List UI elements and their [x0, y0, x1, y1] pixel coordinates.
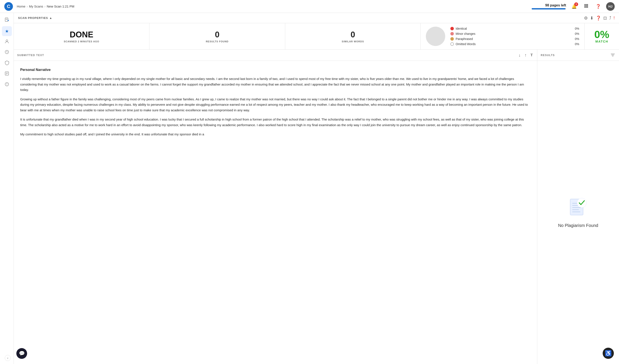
submitted-text-content: Personal Narrative I vividly remember my… [14, 61, 537, 364]
svg-marker-21 [6, 83, 7, 84]
scroll-up-button[interactable]: ↑ [524, 52, 528, 58]
font-size-button[interactable]: T [530, 52, 534, 58]
top-navigation: C Home › My Scans › New Scan 1:21 PM 98 … [0, 0, 619, 13]
sidebar-item-starred[interactable]: ★ [2, 26, 12, 36]
breadcrumb-my-scans[interactable]: My Scans [29, 4, 43, 8]
submitted-text-header: SUBMITTED TEXT ↓ ↑ T [14, 50, 537, 61]
results-body: No Plagiarism Found [537, 61, 619, 364]
stat-results: 0 RESULTS FOUND [150, 23, 285, 49]
paragraph-3: It is unfortunate that my grandfather di… [20, 117, 531, 128]
document-title: Personal Narrative [20, 67, 531, 73]
match-box: 0% MATCH [585, 23, 619, 49]
app-layout: ★ [0, 13, 619, 364]
sidebar-item-compass[interactable] [2, 80, 12, 90]
compass-icon [4, 82, 9, 88]
svg-point-32 [577, 198, 587, 208]
share-icon[interactable]: ⤴ [609, 15, 611, 21]
legend-identical: Identical 0% [450, 27, 579, 30]
breadcrumb-sep-2: › [44, 5, 46, 8]
download-icon[interactable]: ⬇ [590, 15, 594, 21]
copy-icon[interactable]: ⊡ [603, 15, 607, 21]
shield-icon [4, 60, 9, 67]
identical-dot [450, 27, 454, 30]
sidebar-item-history[interactable] [2, 48, 12, 58]
alert-icon[interactable]: ! [613, 15, 615, 21]
svg-rect-5 [587, 5, 588, 6]
svg-point-14 [6, 40, 8, 41]
results-filter-button[interactable] [610, 52, 616, 58]
notification-badge: 1 [574, 2, 578, 6]
chat-button[interactable]: 💬 [16, 348, 27, 359]
sidebar-item-shield[interactable] [2, 58, 12, 68]
paragraph-1: I vividly remember my time growing up in… [20, 76, 531, 93]
pie-chart [426, 27, 445, 46]
main-content: SCAN PROPERTIES ▲ ⚙ ⬇ ❓ ⊡ ⤴ ! DONE SCANN… [14, 13, 619, 364]
accessibility-button[interactable]: ♿ [603, 348, 614, 359]
no-plagiarism-icon [568, 197, 588, 219]
pages-progress-bar [532, 8, 566, 10]
sidebar-item-new-doc[interactable] [2, 15, 12, 25]
legend-paraphrased: Paraphrased 0% [450, 37, 579, 40]
similar-words-value: 0 [351, 30, 355, 39]
minor-changes-label: Minor changes [456, 32, 475, 35]
history-icon [4, 50, 9, 56]
identical-label: Identical [456, 27, 467, 30]
scroll-down-button[interactable]: ↓ [518, 52, 521, 58]
paragraph-4: My commitment to high school studies pai… [20, 132, 531, 137]
sidebar-item-reports[interactable] [2, 69, 12, 79]
results-panel: RESULTS [537, 50, 619, 364]
app-logo[interactable]: C [4, 2, 13, 11]
minor-changes-pct: 0% [572, 32, 579, 35]
pages-left-label: 98 pages left [545, 3, 566, 7]
svg-marker-22 [6, 84, 7, 85]
svg-rect-2 [587, 4, 588, 5]
breadcrumb-home[interactable]: Home [17, 4, 25, 8]
reports-icon [4, 71, 9, 77]
sidebar-toggle[interactable]: ‹ [5, 355, 11, 361]
svg-rect-4 [586, 5, 587, 6]
svg-rect-0 [584, 4, 585, 5]
scanned-label: SCANNED 2 MINUTES AGO [64, 40, 99, 43]
results-value: 0 [215, 30, 219, 39]
chat-icon: 💬 [19, 351, 25, 356]
content-area: SUBMITTED TEXT ↓ ↑ T Personal Narrative … [14, 50, 619, 364]
breadcrumb-current: New Scan 1:21 PM [47, 4, 74, 8]
results-title: RESULTS [541, 54, 610, 57]
breadcrumb: Home › My Scans › New Scan 1:21 PM [17, 4, 74, 8]
scan-properties-title: SCAN PROPERTIES ▲ [18, 16, 52, 20]
user-avatar[interactable]: HJ [606, 2, 615, 11]
help-circle-icon[interactable]: ❓ [596, 15, 601, 21]
settings-icon[interactable]: ⚙ [584, 15, 588, 21]
question-icon: ❓ [596, 4, 601, 9]
no-plagiarism-text: No Plagiarism Found [558, 223, 598, 228]
help-button[interactable]: ❓ [594, 2, 602, 11]
paragraph-2: Growing up without a father figure in th… [20, 96, 531, 113]
scan-properties-bar: SCAN PROPERTIES ▲ ⚙ ⬇ ❓ ⊡ ⤴ ! [14, 13, 619, 23]
paraphrased-dot [450, 37, 454, 40]
sidebar: ★ [0, 13, 14, 364]
svg-rect-7 [586, 7, 587, 8]
omitted-words-dot [450, 42, 454, 46]
svg-rect-8 [587, 7, 588, 8]
legend: Identical 0% Minor changes 0% Paraphrase… [450, 27, 579, 46]
stats-row: DONE SCANNED 2 MINUTES AGO 0 RESULTS FOU… [14, 23, 619, 50]
match-label: MATCH [595, 40, 608, 43]
submitted-text-panel: SUBMITTED TEXT ↓ ↑ T Personal Narrative … [14, 50, 537, 364]
svg-rect-1 [586, 4, 587, 5]
paraphrased-label: Paraphrased [456, 37, 473, 40]
star-icon: ★ [5, 28, 9, 34]
submitted-text-title: SUBMITTED TEXT [17, 54, 516, 57]
status-value: DONE [70, 30, 93, 39]
new-doc-icon [4, 17, 9, 23]
sidebar-item-profile[interactable] [2, 37, 12, 47]
svg-rect-6 [584, 7, 585, 8]
identical-pct: 0% [572, 27, 579, 30]
legend-omitted-words: Omitted Words 0% [450, 42, 579, 46]
minor-changes-dot [450, 32, 454, 35]
scan-properties-icons: ⚙ ⬇ ❓ ⊡ ⤴ ! [584, 15, 615, 21]
svg-rect-3 [584, 5, 585, 6]
omitted-words-label: Omitted Words [456, 42, 476, 46]
notification-button[interactable]: 🔔 1 [570, 2, 578, 11]
grid-button[interactable] [582, 2, 590, 11]
results-header: RESULTS [537, 50, 619, 61]
